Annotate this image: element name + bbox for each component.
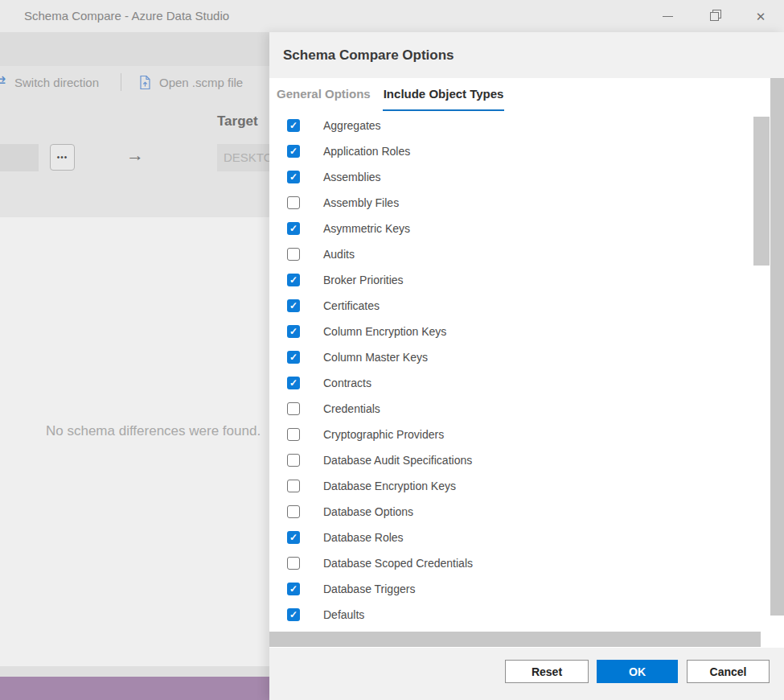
option-row[interactable]: ✓ Assemblies	[269, 164, 752, 190]
toolbar-divider	[121, 73, 121, 91]
app-window: Schema Compare - Azure Data Studio ✕ ⇄ S…	[0, 0, 784, 700]
option-row[interactable]: Assembly Files	[269, 190, 752, 216]
option-row[interactable]: Database Audit Specifications	[269, 447, 752, 473]
tab-include-object-types[interactable]: Include Object Types	[383, 78, 505, 111]
close-button[interactable]: ✕	[737, 0, 784, 32]
option-label: Contracts	[323, 377, 371, 389]
reset-button[interactable]: Reset	[505, 660, 589, 683]
option-checkbox[interactable]: ✓	[287, 351, 300, 364]
window-controls: ✕	[644, 0, 784, 32]
close-icon: ✕	[756, 10, 766, 23]
option-label: Database Audit Specifications	[323, 454, 472, 467]
option-row[interactable]: ✓ Column Master Keys	[269, 344, 752, 370]
checkmark-icon: ✓	[289, 327, 298, 336]
checkmark-icon: ✓	[289, 378, 298, 388]
option-row[interactable]: ✓ Application Roles	[269, 138, 752, 164]
restore-icon	[710, 12, 718, 20]
option-row[interactable]: ✓ Database Roles	[269, 525, 752, 550]
option-checkbox[interactable]	[287, 480, 300, 492]
option-row[interactable]: Database Encryption Keys	[269, 473, 752, 499]
option-label: Broker Priorities	[323, 274, 404, 286]
option-label: Column Master Keys	[323, 351, 428, 364]
no-differences-message: No schema differences were found.	[46, 423, 261, 439]
option-row[interactable]: ✓ Broker Priorities	[269, 267, 752, 293]
source-dropdown[interactable]	[0, 144, 39, 171]
option-row[interactable]: ✓ Contracts	[269, 370, 752, 396]
option-checkbox[interactable]	[287, 402, 300, 415]
dialog-vertical-scrollbar[interactable]	[770, 78, 784, 616]
cancel-button[interactable]: Cancel	[687, 660, 770, 683]
option-checkbox[interactable]	[287, 557, 300, 570]
option-row[interactable]: ✓ Defaults	[269, 602, 752, 628]
option-row[interactable]: Database Options	[269, 499, 752, 525]
option-row[interactable]: Audits	[269, 241, 752, 267]
option-row[interactable]: ✓ Aggregates	[269, 113, 752, 138]
switch-direction-icon: ⇄	[0, 72, 6, 89]
option-row[interactable]: ✓ Asymmetric Keys	[269, 216, 752, 241]
option-label: Asymmetric Keys	[323, 222, 410, 235]
dialog-tabs: General Options Include Object Types	[276, 78, 504, 113]
window-titlebar: Schema Compare - Azure Data Studio ✕	[0, 0, 784, 32]
option-label: Defaults	[323, 608, 364, 621]
list-horizontal-scrollbar[interactable]	[269, 632, 761, 647]
schema-compare-options-dialog: Schema Compare Options General Options I…	[269, 32, 784, 700]
option-label: Cryptographic Providers	[323, 428, 444, 441]
option-checkbox[interactable]: ✓	[287, 325, 300, 338]
option-label: Credentials	[323, 402, 380, 415]
target-dropdown[interactable]: DESKTO	[217, 144, 269, 171]
checkmark-icon: ✓	[289, 224, 298, 233]
option-row[interactable]: Credentials	[269, 396, 752, 422]
list-vertical-scrollbar[interactable]	[753, 117, 770, 266]
option-checkbox[interactable]: ✓	[287, 171, 300, 183]
dialog-footer: Reset OK Cancel	[269, 648, 784, 700]
tab-general-options[interactable]: General Options	[276, 78, 371, 111]
option-checkbox[interactable]	[287, 454, 300, 467]
dialog-title: Schema Compare Options	[283, 32, 454, 78]
option-row[interactable]: Cryptographic Providers	[269, 422, 752, 447]
option-checkbox[interactable]	[287, 505, 300, 518]
option-label: Database Scoped Credentials	[323, 557, 473, 570]
option-row[interactable]: ✓ Certificates	[269, 293, 752, 319]
option-checkbox[interactable]: ✓	[287, 222, 300, 235]
option-checkbox[interactable]: ✓	[287, 119, 300, 132]
option-row[interactable]: ✓ Column Encryption Keys	[269, 319, 752, 344]
option-label: Column Encryption Keys	[323, 325, 446, 338]
option-label: Certificates	[323, 299, 380, 312]
select-connections-button[interactable]: •••	[50, 144, 75, 171]
option-label: Database Roles	[323, 531, 404, 544]
dialog-header: Schema Compare Options	[269, 32, 784, 78]
option-row[interactable]: ✓ Database Triggers	[269, 576, 752, 602]
ellipsis-icon: •••	[57, 153, 68, 162]
option-checkbox[interactable]: ✓	[287, 145, 300, 158]
option-row[interactable]: Database Scoped Credentials	[269, 550, 752, 576]
option-checkbox[interactable]: ✓	[287, 583, 300, 595]
option-checkbox[interactable]: ✓	[287, 299, 300, 312]
option-label: Database Triggers	[323, 583, 415, 595]
option-checkbox[interactable]: ✓	[287, 608, 300, 621]
checkmark-icon: ✓	[289, 352, 298, 362]
checkmark-icon: ✓	[289, 275, 298, 285]
checkmark-icon: ✓	[289, 584, 298, 594]
checkmark-icon: ✓	[289, 121, 298, 130]
schema-compare-toolbar: ⇄ Switch direction Open .scmp file	[0, 66, 269, 98]
option-checkbox[interactable]: ✓	[287, 274, 300, 286]
option-checkbox[interactable]	[287, 196, 300, 209]
open-scmp-button[interactable]: Open .scmp file	[138, 66, 243, 98]
status-bar	[0, 677, 269, 700]
option-label: Audits	[323, 248, 355, 261]
checkmark-icon: ✓	[289, 610, 298, 620]
window-title: Schema Compare - Azure Data Studio	[24, 0, 229, 32]
minimize-button[interactable]	[644, 0, 691, 32]
option-label: Database Encryption Keys	[323, 480, 456, 492]
restore-button[interactable]	[691, 0, 737, 32]
option-label: Application Roles	[323, 145, 410, 158]
option-checkbox[interactable]	[287, 428, 300, 441]
option-checkbox[interactable]: ✓	[287, 531, 300, 544]
option-checkbox[interactable]: ✓	[287, 377, 300, 389]
checkmark-icon: ✓	[289, 172, 298, 182]
option-checkbox[interactable]	[287, 248, 300, 261]
ok-button[interactable]: OK	[597, 660, 678, 683]
checkmark-icon: ✓	[289, 301, 298, 311]
open-file-icon	[138, 75, 152, 90]
switch-direction-button[interactable]: ⇄ Switch direction	[0, 66, 99, 98]
